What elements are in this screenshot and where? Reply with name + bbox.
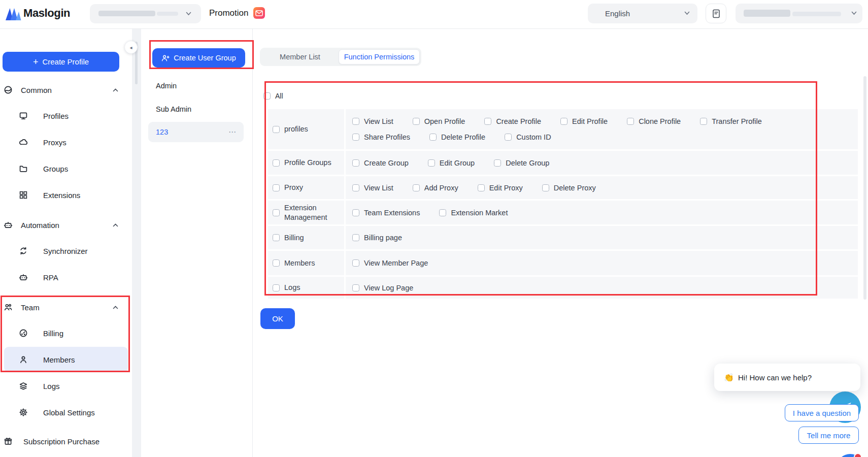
group-item-123[interactable]: 123 ⋯: [148, 122, 244, 142]
permission-item: Custom ID: [505, 133, 551, 141]
vertical-scrollbar[interactable]: [863, 76, 866, 300]
item-label: Synchronizer: [43, 247, 88, 255]
permission-item: Edit Proxy: [478, 184, 523, 192]
permission-label: Clone Profile: [639, 117, 681, 125]
group-item-sub-admin[interactable]: Sub Admin: [148, 99, 244, 119]
tab-bar: Member List Function Permissions: [260, 48, 421, 66]
workspace-dropdown[interactable]: [90, 4, 201, 23]
permission-item: Extension Market: [439, 209, 508, 217]
permission-checkbox[interactable]: [352, 259, 359, 267]
sidebar-item-subscription-purchase[interactable]: Subscription Purchase: [0, 433, 132, 450]
sidebar-section-automation[interactable]: Automation: [0, 216, 132, 234]
language-dropdown[interactable]: [588, 4, 697, 23]
permission-items-cell: Create GroupEdit GroupDelete Group: [346, 151, 858, 175]
sidebar-item-rpa[interactable]: RPA: [0, 269, 132, 286]
sidebar-item-global-settings[interactable]: Global Settings: [0, 404, 132, 421]
permission-item: Share Profiles: [352, 133, 410, 141]
permission-checkbox[interactable]: [478, 184, 485, 191]
permission-checkbox[interactable]: [352, 209, 359, 216]
sidebar-item-groups[interactable]: Groups: [0, 160, 132, 177]
category-checkbox[interactable]: [273, 184, 280, 191]
sidebar-item-proxys[interactable]: Proxys: [0, 134, 132, 151]
permission-item: Transfer Profile: [700, 117, 762, 125]
permission-checkbox[interactable]: [494, 159, 501, 167]
promotion-envelope-icon[interactable]: [253, 7, 265, 19]
permission-items-cell: Team ExtensionsExtension Market: [346, 201, 858, 224]
permission-checkbox[interactable]: [700, 118, 707, 125]
permission-label: View List: [364, 117, 393, 125]
permission-items-cell: View Log Page: [346, 277, 858, 299]
item-label: Members: [43, 355, 75, 364]
permission-checkbox[interactable]: [484, 118, 491, 125]
sidebar-item-synchronizer[interactable]: Synchronizer: [0, 242, 132, 259]
permission-checkbox[interactable]: [352, 184, 359, 191]
permission-checkbox[interactable]: [352, 159, 359, 167]
ok-button[interactable]: OK: [260, 308, 295, 329]
item-label: Billing: [43, 329, 63, 338]
permission-items-list: Team ExtensionsExtension Market: [352, 209, 508, 217]
category-checkbox[interactable]: [273, 209, 280, 216]
select-all-checkbox[interactable]: [263, 92, 271, 100]
permission-label: View List: [364, 184, 393, 192]
category-checkbox[interactable]: [273, 159, 280, 167]
create-user-group-button[interactable]: Create User Group: [152, 48, 245, 68]
person-icon: [19, 355, 27, 364]
group-item-admin[interactable]: Admin: [148, 76, 244, 96]
permission-checkbox[interactable]: [429, 134, 437, 141]
create-profile-button[interactable]: + Create Profile: [3, 52, 119, 72]
chat-option-tell-me-more-button[interactable]: Tell me more: [798, 427, 859, 444]
tab-function-permissions[interactable]: Function Permissions: [339, 49, 420, 64]
category-checkbox[interactable]: [273, 234, 280, 241]
permission-checkbox[interactable]: [627, 118, 634, 125]
account-dropdown[interactable]: [736, 4, 862, 23]
document-icon-button[interactable]: [706, 4, 726, 23]
section-label: Team: [21, 303, 40, 312]
permission-checkbox[interactable]: [542, 184, 549, 191]
sidebar-section-team[interactable]: Team: [0, 299, 132, 316]
category-checkbox[interactable]: [273, 259, 280, 267]
permission-category-cell: profiles: [268, 109, 346, 149]
sidebar-item-extensions[interactable]: Extensions: [0, 186, 132, 204]
sidebar-section-common[interactable]: Common: [0, 81, 132, 99]
permission-label: Create Profile: [496, 117, 541, 125]
tab-member-list[interactable]: Member List: [261, 49, 339, 64]
permission-label: Extension Market: [451, 209, 508, 217]
sidebar-item-profiles[interactable]: Profiles: [0, 107, 132, 124]
permission-checkbox[interactable]: [560, 118, 567, 125]
permission-label: Billing page: [364, 234, 402, 242]
sidebar-item-members[interactable]: Members: [0, 351, 132, 368]
permission-checkbox[interactable]: [439, 209, 446, 216]
account-redacted-text: [744, 10, 790, 17]
permission-label: Delete Profile: [441, 133, 485, 141]
permission-items-list: View ListOpen ProfileCreate ProfileEdit …: [352, 117, 774, 141]
permission-checkbox[interactable]: [352, 234, 359, 241]
permission-checkbox[interactable]: [352, 284, 359, 291]
category-label: Billing: [284, 233, 304, 242]
permission-checkbox[interactable]: [413, 118, 420, 125]
permission-item: Team Extensions: [352, 209, 420, 217]
promotion-label[interactable]: Promotion: [209, 8, 248, 18]
more-options-icon[interactable]: ⋯: [228, 127, 237, 137]
sidebar-item-billing[interactable]: Billing: [0, 324, 132, 342]
panel-divider: [252, 29, 253, 457]
permission-checkbox[interactable]: [352, 134, 359, 141]
permission-rows: profilesView ListOpen ProfileCreate Prof…: [268, 109, 858, 299]
permission-item: View List: [352, 117, 393, 125]
category-checkbox[interactable]: [273, 126, 280, 133]
permission-item: Edit Group: [428, 159, 475, 167]
permission-checkbox[interactable]: [413, 184, 420, 191]
chat-option-question-button[interactable]: I have a question: [785, 404, 859, 421]
permission-item: View Log Page: [352, 284, 413, 292]
person-plus-icon: [161, 54, 170, 62]
gear-icon: [19, 408, 27, 416]
permission-label: Team Extensions: [364, 209, 420, 217]
permission-checkbox[interactable]: [352, 118, 359, 125]
permission-checkbox[interactable]: [428, 159, 435, 167]
sidebar-item-logs[interactable]: Logs: [0, 377, 132, 395]
sidebar-collapse-button[interactable]: ◂: [124, 41, 138, 54]
permission-category-cell: Billing: [268, 226, 346, 249]
sync-arrows-icon: [19, 247, 27, 255]
permission-checkbox[interactable]: [505, 134, 512, 141]
permission-item: View Member Page: [352, 259, 428, 267]
category-checkbox[interactable]: [273, 284, 280, 291]
